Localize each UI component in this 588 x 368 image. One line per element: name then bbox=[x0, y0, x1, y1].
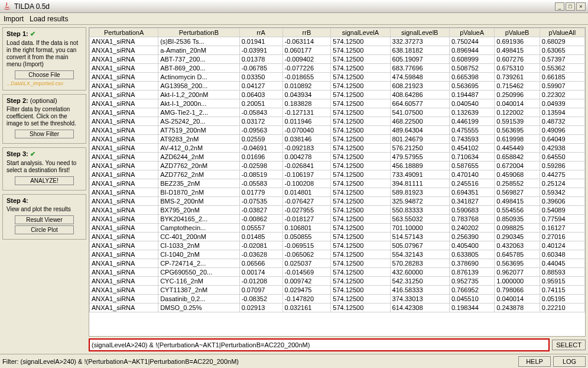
table-row[interactable]: ANXA1_siRNAAT9283_2nM0.025590.038146574.… bbox=[90, 135, 585, 144]
show-filter-button[interactable]: Show Filter bbox=[15, 130, 74, 138]
menu-load-results[interactable]: Load results bbox=[30, 15, 68, 23]
table-row[interactable]: ANXA1_siRNAAS-25242_20...0.031720.011946… bbox=[90, 117, 585, 126]
table-row[interactable]: ANXA1_siRNADMSO_0.25%0.029130.032161574.… bbox=[90, 304, 585, 312]
status-text: Filter: (signalLevelA>240) & !(Perturbat… bbox=[2, 358, 516, 365]
data-table: PerturbationAPerturbationBrrArrBsignalLe… bbox=[89, 28, 585, 312]
table-row[interactable]: ANXA1_siRNAABT-869_200...-0.06785-0.0772… bbox=[90, 64, 585, 73]
table-row[interactable]: ANXA1_siRNAAkt-I-1_2000n...0.200510.1838… bbox=[90, 99, 585, 108]
table-row[interactable]: ANXA1_siRNAAZD6244_2nM0.016960.004278574… bbox=[90, 153, 585, 162]
table-row[interactable]: ANXA1_siRNAActinomycin D...0.03350-0.018… bbox=[90, 73, 585, 82]
help-button[interactable]: HELP bbox=[518, 356, 551, 367]
table-row[interactable]: ANXA1_siRNACC-401_200nM0.014850.05085557… bbox=[90, 233, 585, 241]
window-title: TILDA 0.5d bbox=[14, 2, 50, 11]
panel-step3: Step 3: ✔ Start analysis. You need to se… bbox=[2, 147, 86, 191]
step1-title: Step 1: bbox=[7, 30, 28, 37]
table-row[interactable]: ANXA1_siRNA(s)BI-2536 Ts...0.01941-0.063… bbox=[90, 37, 585, 46]
filter-input-box bbox=[89, 338, 550, 351]
table-row[interactable]: ANXA1_siRNAAMG-Tie2-1_2...-0.05843-0.127… bbox=[90, 108, 585, 117]
col-PerturbationA[interactable]: PerturbationA bbox=[90, 28, 158, 37]
main-area: PerturbationAPerturbationBrrArrBsignalLe… bbox=[89, 25, 588, 354]
col-rrA[interactable]: rrA bbox=[239, 28, 282, 37]
minimize-button[interactable]: _ bbox=[555, 2, 564, 11]
table-row[interactable]: ANXA1_siRNAAV-412_0,2nM-0.04691-0.092183… bbox=[90, 144, 585, 153]
table-row[interactable]: ANXA1_siRNACPG690550_20...0.00174-0.0145… bbox=[90, 268, 585, 277]
panel-step4: Step 4: View and plot the results Result… bbox=[2, 194, 86, 240]
check-icon: ✔ bbox=[30, 30, 35, 37]
window-buttons: _ □ × bbox=[555, 2, 586, 11]
table-row[interactable]: ANXA1_siRNABEZ235_2nM-0.05583-0.10020857… bbox=[90, 179, 585, 188]
result-viewer-button[interactable]: Result Viewer bbox=[15, 215, 74, 224]
table-row[interactable]: ANXA1_siRNAa-Amatin_20nM-0.039910.060177… bbox=[90, 46, 585, 55]
col-pValueAll[interactable]: pValueAll bbox=[540, 28, 584, 37]
table-row[interactable]: ANXA1_siRNACamptothecin...0.055570.10680… bbox=[90, 224, 585, 233]
table-row[interactable]: ANXA1_siRNABI-D1870_2nM0.017790.01480157… bbox=[90, 188, 585, 197]
col-signalLevelA[interactable]: signalLevelA bbox=[331, 28, 390, 37]
table-row[interactable]: ANXA1_siRNAAG13958_200...0.041270.010892… bbox=[90, 82, 585, 91]
panel-step1: Step 1: ✔ Load data. If the data is not … bbox=[2, 27, 86, 91]
table-row[interactable]: ANXA1_siRNAAZD7762_20nM-0.02598-0.026841… bbox=[90, 162, 585, 170]
table-row[interactable]: ANXA1_siRNABX795_20nM-0.03827-0.02795557… bbox=[90, 206, 585, 215]
table-row[interactable]: ANXA1_siRNABYK204165_2...-0.00862-0.0181… bbox=[90, 215, 585, 224]
panel-step2: Step 2: (optional) Filter data by correl… bbox=[2, 94, 86, 144]
close-button[interactable]: × bbox=[576, 2, 586, 11]
check-icon: ✔ bbox=[30, 150, 35, 157]
table-row[interactable]: ANXA1_siRNAAZD7762_2nM-0.08519-0.1061975… bbox=[90, 170, 585, 179]
java-icon bbox=[2, 2, 12, 11]
step4-title: Step 4: bbox=[7, 197, 28, 204]
table-row[interactable]: ANXA1_siRNACYC-116_2nM-0.012080.00974257… bbox=[90, 277, 585, 286]
col-PerturbationB[interactable]: PerturbationB bbox=[158, 28, 239, 37]
circle-plot-button[interactable]: Circle Plot bbox=[15, 225, 74, 234]
col-pValueB[interactable]: pValueB bbox=[495, 28, 540, 37]
analyze-button[interactable]: ANALYZE! bbox=[15, 176, 74, 185]
maximize-button[interactable]: □ bbox=[566, 2, 575, 11]
table-row[interactable]: ANXA1_siRNAABT-737_200...0.01378-0.00940… bbox=[90, 55, 585, 64]
col-pValueA[interactable]: pValueA bbox=[449, 28, 494, 37]
log-button[interactable]: LOG bbox=[553, 356, 586, 367]
table-row[interactable]: ANXA1_siRNACP-724714_2...0.065660.025037… bbox=[90, 259, 585, 268]
menu-bar: Import Load results bbox=[0, 13, 588, 25]
step1-desc: Load data. If the data is not in the rig… bbox=[7, 40, 82, 68]
menu-import[interactable]: Import bbox=[4, 15, 24, 23]
step2-sub: (optional) bbox=[30, 97, 57, 104]
table-row[interactable]: ANXA1_siRNAAkt-I-1,2_200nM0.064030.04393… bbox=[90, 91, 585, 99]
table-row[interactable]: ANXA1_siRNABMS-2_200nM-0.07535-0.0764275… bbox=[90, 197, 585, 206]
step3-title: Step 3: bbox=[7, 150, 28, 157]
title-bar: TILDA 0.5d _ □ × bbox=[0, 0, 588, 13]
table-row[interactable]: ANXA1_siRNADasatinib_0,2...-0.08352-0.14… bbox=[90, 295, 585, 304]
select-button[interactable]: SELECT bbox=[552, 340, 586, 350]
table-row[interactable]: ANXA1_siRNACI-1040_2nM-0.03628-0.0650625… bbox=[90, 250, 585, 259]
sidebar: Step 1: ✔ Load data. If the data is not … bbox=[0, 25, 89, 354]
table-row[interactable]: ANXA1_siRNAAT7519_200nM-0.09563-0.070040… bbox=[90, 126, 585, 135]
status-bar: Filter: (signalLevelA>240) & !(Perturbat… bbox=[0, 354, 588, 368]
filter-input[interactable] bbox=[90, 340, 548, 350]
table-row[interactable]: ANXA1_siRNACYT11387_2nM0.070970.02947557… bbox=[90, 286, 585, 295]
table-row[interactable]: ANXA1_siRNACI-1033_2nM-0.02081-0.0695155… bbox=[90, 241, 585, 250]
step2-desc: Filter data by correlation coefficient. … bbox=[7, 106, 82, 127]
col-rrB[interactable]: rrB bbox=[282, 28, 331, 37]
file-note: ...Data\LX_imported.csv bbox=[7, 80, 82, 86]
step2-title: Step 2: bbox=[7, 97, 28, 104]
data-table-wrap[interactable]: PerturbationAPerturbationBrrArrBsignalLe… bbox=[89, 27, 586, 337]
col-signalLevelB[interactable]: signalLevelB bbox=[390, 28, 449, 37]
choose-file-button[interactable]: Choose File bbox=[15, 70, 74, 79]
step4-desc: View and plot the results bbox=[7, 206, 82, 213]
step3-desc: Start analysis. You need to select a des… bbox=[7, 160, 82, 174]
